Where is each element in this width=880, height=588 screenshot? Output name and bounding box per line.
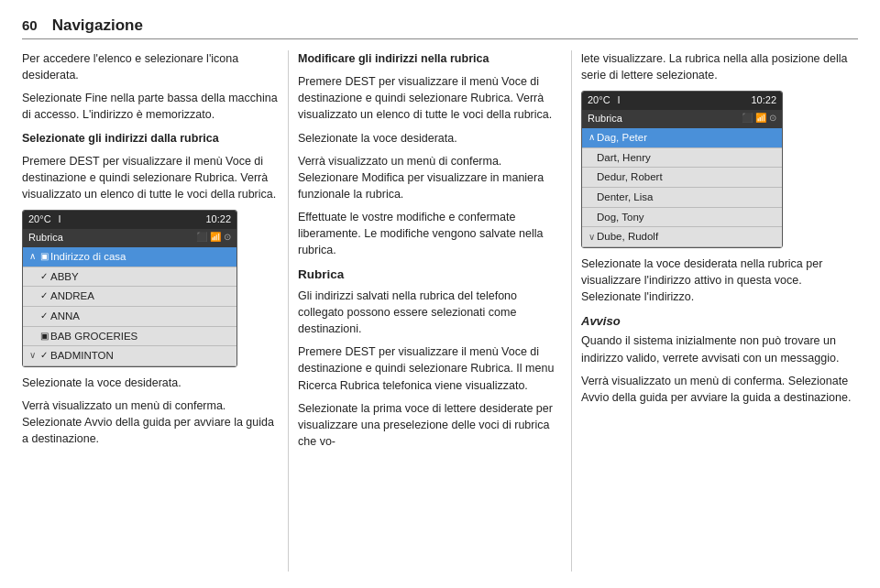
- content-columns: Per accedere l'elenco e selezionare l'ic…: [22, 50, 858, 572]
- screen2-row4-text: Dog, Tony: [597, 210, 778, 225]
- screen1-row2-text: ANDREA: [50, 289, 233, 304]
- car-screen-1: 20°C I 10:22 Rubrica ⬛ 📶 ⊙ ∧ ▣ Indirizz: [22, 210, 237, 367]
- screen1-row2-icon: ✓: [38, 289, 50, 303]
- screen1-body: ∧ ▣ Indirizzo di casa ✓ ABBY ✓ ANDREA: [23, 247, 236, 366]
- screen1-row0-arrow: ∧: [27, 250, 38, 264]
- col3-para-final: Verrà visualizzato un menù di conferma. …: [581, 373, 856, 406]
- page-title: Navigazione: [52, 16, 143, 35]
- screen2-temp: 20°C: [588, 93, 610, 108]
- screen1-row0-icon: ▣: [38, 250, 50, 264]
- screen1-row-1[interactable]: ✓ ABBY: [23, 267, 236, 288]
- col2-para5: Premere DEST per visualizzare il menù Vo…: [298, 343, 562, 393]
- col2-section-title: Rubrica: [298, 266, 562, 284]
- col2-para1: Premere DEST per visualizzare il menù Vo…: [298, 73, 562, 123]
- screen2-row-2[interactable]: Dedur, Robert: [582, 168, 782, 188]
- screen2-row5-arrow: ∨: [586, 231, 597, 245]
- screen2-subtitle: Rubrica: [588, 112, 622, 126]
- screen2-subtitle-bar: Rubrica ⬛ 📶 ⊙: [582, 110, 782, 128]
- page-header: 60 Navigazione: [22, 16, 858, 39]
- screen1-sep: I: [59, 212, 61, 227]
- screen2-row2-text: Dedur, Robert: [597, 169, 778, 185]
- screen2-row1-text: Dart, Henry: [597, 150, 778, 166]
- screen1-row-2[interactable]: ✓ ANDREA: [23, 287, 236, 307]
- col3-note-title: Avviso: [581, 313, 856, 331]
- screen1-row-5[interactable]: ∨ ✓ BADMINTON: [23, 346, 236, 366]
- col1-para4: Premere DEST per visualizzare il menù Vo…: [22, 153, 279, 202]
- screen2-row3-text: Denter, Lisa: [597, 190, 778, 205]
- screen1-subtitle-bar: Rubrica ⬛ 📶 ⊙: [23, 229, 236, 247]
- screen2-icons: ⬛ 📶 ⊙: [742, 112, 776, 126]
- screen1-topbar: 20°C I 10:22: [23, 211, 236, 229]
- col1-after1: Selezionate la voce desiderata.: [22, 375, 279, 391]
- screen2-row-0[interactable]: ∧ Dag, Peter: [582, 128, 782, 148]
- screen2-row5-text: Dube, Rudolf: [597, 229, 778, 245]
- col3-para-after: Selezionate la voce desiderata nella rub…: [581, 256, 856, 305]
- screen2-row-5[interactable]: ∨ Dube, Rudolf: [582, 227, 782, 247]
- screen1-subtitle: Rubrica: [28, 231, 63, 245]
- col3-intro: lete visualizzare. La rubrica nella alla…: [581, 50, 856, 83]
- col1-para3: Selezionate gli indirizzi dalla rubrica: [22, 130, 279, 147]
- screen1-row5-arrow: ∨: [27, 349, 38, 363]
- screen2-row-3[interactable]: Denter, Lisa: [582, 188, 782, 208]
- column-2: Modificare gli indirizzi nella rubrica P…: [288, 50, 572, 572]
- screen2-row0-arrow: ∧: [586, 131, 597, 145]
- screen1-row0-text: Indirizzo di casa: [50, 249, 233, 265]
- screen1-row3-icon: ✓: [38, 310, 50, 323]
- car-screen-2: 20°C I 10:22 Rubrica ⬛ 📶 ⊙ ∧ Dag, Peter: [581, 91, 783, 248]
- screen1-row-3[interactable]: ✓ ANNA: [23, 307, 236, 327]
- screen1-row5-icon: ✓: [38, 349, 50, 363]
- col2-section-text: Gli indirizzi salvati nella rubrica del …: [298, 288, 562, 337]
- screen1-row1-text: ABBY: [50, 269, 233, 285]
- screen1-row5-text: BADMINTON: [50, 348, 233, 364]
- col1-para2: Selezionate Fine nella parte bassa della…: [22, 90, 279, 123]
- page-number: 60: [22, 17, 38, 33]
- column-1: Per accedere l'elenco e selezionare l'ic…: [22, 50, 288, 572]
- screen2-body: ∧ Dag, Peter Dart, Henry Dedur, Robert D…: [582, 128, 782, 247]
- screen1-row4-icon: ▣: [38, 330, 50, 343]
- col1-after2: Verrà visualizzato un menù di conferma. …: [22, 397, 279, 447]
- screen2-topbar: 20°C I 10:22: [582, 92, 782, 110]
- col2-para6: Selezionate la prima voce di lettere des…: [298, 400, 562, 450]
- screen2-row-1[interactable]: Dart, Henry: [582, 148, 782, 169]
- screen1-row-0[interactable]: ∧ ▣ Indirizzo di casa: [23, 247, 236, 267]
- col1-para1: Per accedere l'elenco e selezionare l'ic…: [22, 50, 279, 83]
- screen2-time: 10:22: [751, 93, 776, 108]
- screen1-row3-text: ANNA: [50, 309, 233, 324]
- col2-para2: Selezionate la voce desiderata.: [298, 130, 562, 147]
- screen2-sep: I: [618, 93, 621, 108]
- page: 60 Navigazione Per accedere l'elenco e s…: [0, 0, 880, 588]
- screen1-temp: 20°C: [28, 212, 51, 227]
- screen1-row4-text: BAB GROCERIES: [50, 329, 233, 344]
- screen2-row0-text: Dag, Peter: [597, 130, 778, 146]
- screen1-icons: ⬛ 📶 ⊙: [196, 231, 231, 245]
- screen1-time: 10:22: [205, 212, 231, 227]
- col2-para4: Effettuate le vostre modifiche e conferm…: [298, 209, 562, 258]
- screen1-row1-icon: ✓: [38, 270, 50, 284]
- col3-note-text: Quando il sistema inizialmente non può t…: [581, 332, 856, 365]
- col2-para3: Verrà visualizzato un menù di conferma. …: [298, 153, 562, 202]
- column-3: lete visualizzare. La rubrica nella alla…: [572, 50, 856, 572]
- screen2-row-4[interactable]: Dog, Tony: [582, 208, 782, 228]
- screen1-row-4[interactable]: ▣ BAB GROCERIES: [23, 327, 236, 347]
- col2-heading: Modificare gli indirizzi nella rubrica: [298, 50, 562, 67]
